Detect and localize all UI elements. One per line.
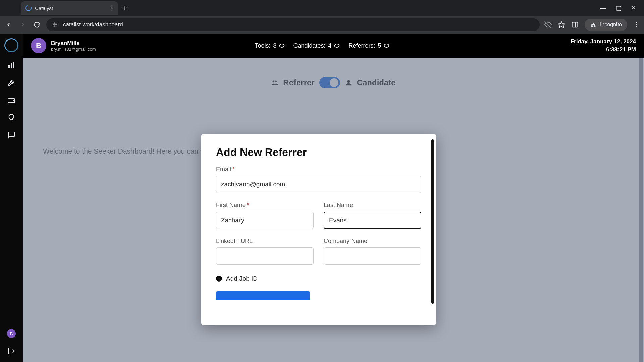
tools-icon[interactable]	[7, 78, 16, 87]
eye-off-icon[interactable]	[544, 21, 552, 28]
coin-icon	[334, 44, 340, 48]
svg-point-5	[54, 26, 55, 27]
side-panel-icon[interactable]	[571, 21, 579, 28]
site-settings-icon[interactable]	[52, 22, 58, 28]
modal-scrollbar[interactable]	[431, 139, 434, 304]
svg-point-3	[54, 23, 55, 24]
tab-title: Catalyst	[35, 5, 106, 11]
add-job-id-button[interactable]: + Add Job ID	[216, 275, 421, 282]
rail-user-avatar[interactable]: B	[7, 329, 16, 338]
app-logo[interactable]	[4, 38, 18, 52]
maximize-icon[interactable]: ▢	[616, 4, 622, 12]
profile-tab-slot	[3, 1, 19, 15]
last-name-label: Last Name	[324, 202, 421, 209]
svg-point-11	[636, 24, 637, 25]
bookmark-icon[interactable]	[558, 21, 565, 28]
dashboard-icon[interactable]	[7, 61, 16, 70]
wallet-icon[interactable]	[7, 96, 16, 105]
last-name-input[interactable]	[324, 212, 421, 229]
email-label: Email*	[216, 166, 421, 173]
close-window-icon[interactable]: ✕	[631, 4, 636, 12]
stat-candidates: Candidates: 4	[293, 42, 339, 49]
svg-rect-13	[8, 65, 10, 68]
browser-toolbar: catalist.work/dashboard Incognito	[0, 16, 644, 34]
coin-icon	[279, 44, 284, 48]
add-referrer-modal: Add New Referrer Email* First Name* Last…	[201, 134, 436, 325]
stat-referrers: Referrers: 5	[348, 42, 389, 49]
stat-tools: Tools: 8	[255, 42, 284, 49]
linkedin-label: LinkedIn URL	[216, 238, 314, 245]
browser-tab[interactable]: Catalyst ×	[21, 1, 118, 15]
company-label: Company Name	[324, 238, 421, 245]
url-text: catalist.work/dashboard	[63, 21, 123, 28]
user-avatar[interactable]: B	[31, 38, 46, 53]
svg-point-10	[636, 22, 637, 23]
svg-marker-7	[558, 22, 565, 27]
plus-icon: +	[216, 276, 222, 282]
side-rail: B	[0, 34, 23, 362]
header-stats: Tools: 8 Candidates: 4 Referrers: 5	[255, 42, 389, 49]
incognito-icon	[590, 21, 597, 28]
forward-button[interactable]	[18, 20, 28, 29]
modal-title: Add New Referrer	[216, 146, 421, 159]
incognito-label: Incognito	[600, 22, 622, 28]
close-tab-icon[interactable]: ×	[110, 5, 113, 12]
reload-button[interactable]	[32, 20, 42, 29]
svg-rect-8	[572, 22, 578, 27]
new-tab-button[interactable]: +	[123, 4, 127, 12]
user-email: bry.mills01@gmail.com	[51, 47, 96, 52]
minimize-icon[interactable]: —	[600, 5, 606, 12]
first-name-label: First Name*	[216, 202, 314, 209]
kebab-menu-icon[interactable]	[633, 21, 640, 28]
header-datetime: Friday, January 12, 2024 6:38:21 PM	[571, 38, 636, 54]
page-scrollbar[interactable]	[639, 58, 643, 362]
window-controls: — ▢ ✕	[600, 4, 644, 12]
logout-icon[interactable]	[7, 347, 16, 355]
company-input[interactable]	[324, 247, 421, 265]
chat-icon[interactable]	[7, 131, 16, 139]
svg-point-12	[636, 26, 637, 27]
linkedin-input[interactable]	[216, 247, 314, 265]
back-button[interactable]	[4, 20, 13, 29]
first-name-input[interactable]	[216, 212, 314, 229]
user-name: BryanMills	[51, 40, 96, 47]
email-input[interactable]	[216, 176, 421, 193]
coin-icon	[384, 44, 389, 48]
tab-strip: Catalyst × + — ▢ ✕	[0, 0, 644, 16]
lightbulb-icon[interactable]	[7, 113, 16, 122]
url-bar[interactable]: catalist.work/dashboard	[46, 18, 540, 31]
svg-point-4	[56, 24, 57, 25]
incognito-badge[interactable]: Incognito	[585, 19, 627, 31]
app-header: B BryanMills bry.mills01@gmail.com Tools…	[23, 34, 644, 58]
svg-rect-15	[13, 62, 14, 68]
site-favicon	[24, 4, 32, 12]
svg-rect-14	[11, 63, 12, 68]
submit-button[interactable]	[216, 291, 310, 300]
